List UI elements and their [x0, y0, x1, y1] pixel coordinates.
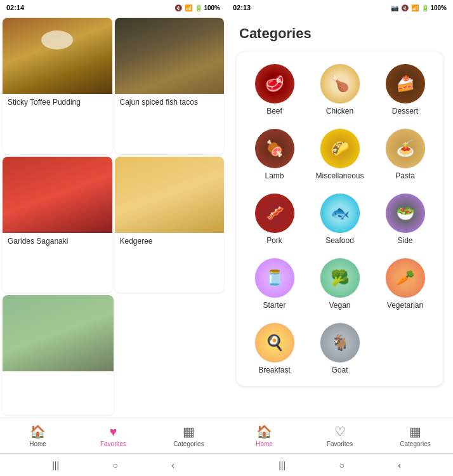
- category-breakfast[interactable]: 🍳 Breakfast: [244, 319, 305, 378]
- recipe-image-cajun: [115, 18, 225, 94]
- right-favorites-label: Favorites: [327, 440, 353, 447]
- right-home-icon: 🏠: [256, 424, 272, 439]
- category-vegetarian-label: Vegetarian: [387, 301, 423, 310]
- right-categories-icon: ▦: [409, 424, 421, 439]
- category-breakfast-image: 🍳: [254, 322, 295, 363]
- right-home-label: Home: [256, 440, 273, 447]
- categories-grid: 🥩 Beef 🍗 Chicken 🍰 Dessert 🍖 Lamb: [244, 60, 435, 378]
- category-goat[interactable]: 🐐 Goat: [310, 319, 370, 378]
- left-status-icons: 🔇 📶 🔋 100%: [174, 4, 220, 11]
- recipe-card-kedgeree[interactable]: Kedgeree: [115, 157, 225, 293]
- recipe-card-sticky-toffee[interactable]: Sticky Toffee Pudding: [3, 18, 112, 154]
- category-lamb-label: Lamb: [265, 171, 284, 180]
- category-vegetarian-image: 🥕: [385, 258, 426, 298]
- recipe-title-cajun: Cajun spiced fish tacos: [115, 94, 225, 110]
- category-misc-label: Miscellaneous: [315, 171, 364, 180]
- category-starter-label: Starter: [263, 301, 286, 310]
- page-title: Categories: [226, 15, 453, 47]
- category-starter[interactable]: 🫙 Starter: [244, 254, 305, 314]
- recipe-title-kedgeree: Kedgeree: [115, 233, 225, 249]
- category-vegan-label: Vegan: [329, 301, 350, 310]
- category-beef-label: Beef: [266, 107, 282, 116]
- favorites-label: Favorites: [100, 440, 126, 447]
- left-nav-home[interactable]: 🏠 Home: [0, 424, 76, 447]
- category-pasta[interactable]: 🍝 Pasta: [375, 124, 435, 184]
- category-chicken-image: 🍗: [320, 63, 360, 104]
- categories-icon: ▦: [183, 424, 195, 439]
- category-lamb-image: 🍖: [254, 128, 295, 169]
- right-nav-favorites[interactable]: ♡ Favorites: [302, 424, 378, 447]
- recipe-image-pasta: [3, 295, 114, 371]
- recipe-card-garides[interactable]: Garides Saganaki: [3, 157, 112, 293]
- right-android-nav: ||| ○ ‹: [226, 453, 453, 476]
- left-android-back[interactable]: ‹: [171, 460, 174, 470]
- categories-label: Categories: [173, 440, 204, 447]
- category-goat-image: 🐐: [320, 322, 360, 363]
- left-time: 02:14: [6, 4, 24, 11]
- category-pasta-image: 🍝: [385, 128, 426, 169]
- category-seafood[interactable]: 🐟 Seafood: [310, 189, 370, 249]
- recipe-title-garides: Garides Saganaki: [3, 233, 112, 249]
- recipe-title-sticky: Sticky Toffee Pudding: [3, 94, 112, 110]
- right-android-back[interactable]: ‹: [398, 460, 401, 470]
- right-nav-categories[interactable]: ▦ Categories: [378, 424, 453, 447]
- right-panel: 02:13 📷 🔇 📶 🔋 100% Categories 🥩 Beef 🍗 C…: [226, 0, 453, 476]
- categories-card: 🥩 Beef 🍗 Chicken 🍰 Dessert 🍖 Lamb: [237, 52, 443, 386]
- favorites-icon: ♥: [110, 425, 117, 439]
- category-vegan[interactable]: 🥦 Vegan: [310, 254, 370, 314]
- category-dessert-image: 🍰: [385, 63, 426, 104]
- category-beef-image: 🥩: [254, 63, 295, 104]
- category-lamb[interactable]: 🍖 Lamb: [244, 124, 305, 184]
- recipe-image-kedgeree: [115, 157, 225, 233]
- right-favorites-icon: ♡: [334, 424, 346, 439]
- right-categories-label: Categories: [400, 440, 430, 447]
- recipe-image-garides: [3, 157, 112, 233]
- category-vegetarian[interactable]: 🥕 Vegetarian: [375, 254, 435, 314]
- right-nav-home[interactable]: 🏠 Home: [226, 424, 302, 447]
- category-seafood-image: 🐟: [320, 193, 360, 234]
- recipe-card-cajun[interactable]: Cajun spiced fish tacos: [115, 18, 225, 154]
- recipe-card-pasta[interactable]: [3, 295, 114, 415]
- right-status-bar: 02:13 📷 🔇 📶 🔋 100%: [226, 0, 453, 15]
- left-status-bar: 02:14 🔇 📶 🔋 100%: [0, 0, 226, 15]
- category-side-image: 🥗: [385, 193, 426, 234]
- left-bottom-nav: 🏠 Home ♥ Favorites ▦ Categories: [0, 418, 226, 453]
- category-pork[interactable]: 🥓 Pork: [244, 189, 305, 249]
- category-goat-label: Goat: [331, 366, 348, 374]
- right-status-icons: 📷 🔇 📶 🔋 100%: [391, 4, 447, 11]
- category-chicken[interactable]: 🍗 Chicken: [310, 60, 370, 119]
- left-nav-favorites[interactable]: ♥ Favorites: [76, 425, 151, 447]
- left-nav-categories[interactable]: ▦ Categories: [151, 424, 226, 447]
- home-icon: 🏠: [30, 424, 46, 439]
- right-bottom-nav: 🏠 Home ♡ Favorites ▦ Categories: [226, 418, 453, 453]
- category-starter-image: 🫙: [254, 258, 295, 298]
- category-beef[interactable]: 🥩 Beef: [244, 60, 305, 119]
- left-android-menu[interactable]: |||: [52, 460, 59, 470]
- category-dessert[interactable]: 🍰 Dessert: [375, 60, 435, 119]
- category-pork-label: Pork: [266, 236, 282, 245]
- right-android-menu[interactable]: |||: [279, 460, 286, 470]
- category-seafood-label: Seafood: [325, 236, 354, 245]
- category-pasta-label: Pasta: [395, 171, 415, 180]
- category-side[interactable]: 🥗 Side: [375, 189, 435, 249]
- home-label: Home: [29, 440, 46, 447]
- left-panel: 02:14 🔇 📶 🔋 100% Sticky Toffee Pudding C…: [0, 0, 226, 476]
- recipes-grid: Sticky Toffee Pudding Cajun spiced fish …: [0, 15, 226, 418]
- category-chicken-label: Chicken: [326, 107, 353, 116]
- category-dessert-label: Dessert: [392, 107, 418, 116]
- right-android-home[interactable]: ○: [339, 460, 344, 470]
- categories-container: 🥩 Beef 🍗 Chicken 🍰 Dessert 🍖 Lamb: [226, 47, 453, 418]
- category-misc-image: 🌮: [320, 128, 360, 169]
- right-time: 02:13: [233, 4, 251, 11]
- category-breakfast-label: Breakfast: [258, 366, 291, 374]
- category-vegan-image: 🥦: [320, 258, 360, 298]
- category-miscellaneous[interactable]: 🌮 Miscellaneous: [310, 124, 370, 184]
- recipe-image-sticky: [3, 18, 112, 94]
- left-android-nav: ||| ○ ‹: [0, 453, 226, 476]
- category-pork-image: 🥓: [254, 193, 295, 234]
- left-android-home[interactable]: ○: [112, 460, 117, 470]
- category-side-label: Side: [397, 236, 412, 245]
